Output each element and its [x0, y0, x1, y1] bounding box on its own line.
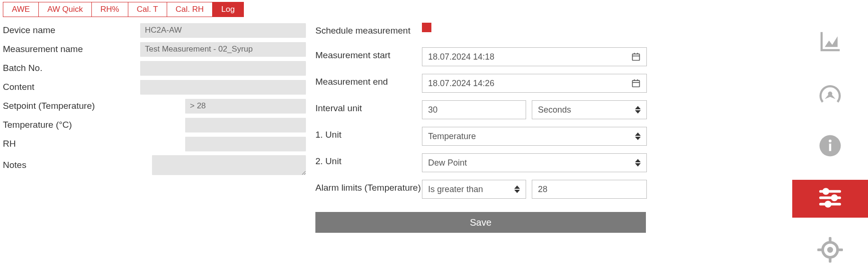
unit2-label: 2. Unit: [315, 153, 422, 167]
notes-field[interactable]: [152, 155, 306, 175]
sidebar-chart[interactable]: [792, 24, 868, 62]
alarm-operator-value: Is greater than: [428, 185, 483, 194]
schedule-checkbox[interactable]: [422, 23, 431, 32]
tab-aw-quick[interactable]: AW Quick: [38, 2, 92, 17]
svg-point-16: [826, 202, 830, 206]
measurement-end-field[interactable]: 18.07.2024 14:26: [422, 74, 647, 93]
setpoint-label: Setpoint (Temperature): [3, 101, 140, 111]
setpoint-field[interactable]: [185, 99, 306, 114]
target-icon: [817, 237, 843, 265]
chart-icon: [817, 29, 843, 57]
notes-label: Notes: [3, 160, 140, 170]
rh-label: RH: [3, 139, 140, 149]
device-name-field[interactable]: [140, 23, 306, 38]
sliders-icon: [817, 185, 843, 213]
tab-cal-rh[interactable]: Cal. RH: [167, 2, 213, 17]
rh-field[interactable]: [185, 137, 306, 151]
measurement-start-field[interactable]: 18.07.2024 14:18: [422, 47, 647, 66]
updown-icon: [635, 132, 641, 140]
measurement-start-value: 18.07.2024 14:18: [428, 52, 494, 62]
left-form: Device name Measurement name Batch No. C…: [3, 23, 306, 233]
measurement-end-value: 18.07.2024 14:26: [428, 79, 494, 88]
tab-rh[interactable]: RH%: [91, 2, 128, 17]
sidebar-sliders[interactable]: [792, 180, 868, 218]
measurement-name-label: Measurement name: [3, 44, 140, 54]
unit1-label: 1. Unit: [315, 127, 422, 140]
batch-no-label: Batch No.: [3, 63, 140, 73]
temperature-field[interactable]: [185, 118, 306, 132]
tab-bar: AWE AW Quick RH% Cal. T Cal. RH Log: [0, 0, 868, 17]
updown-icon: [514, 185, 520, 193]
sidebar-gauge[interactable]: [792, 76, 868, 114]
measurement-start-label: Measurement start: [315, 47, 422, 61]
measurement-name-field[interactable]: [140, 42, 306, 57]
schedule-measurement-label: Schedule measurement: [315, 23, 422, 36]
tab-log[interactable]: Log: [212, 2, 243, 17]
svg-point-22: [829, 248, 832, 251]
calendar-icon: [631, 79, 641, 88]
device-name-label: Device name: [3, 25, 140, 35]
updown-icon: [635, 106, 641, 114]
alarm-threshold-field[interactable]: 28: [532, 180, 647, 199]
measurement-end-label: Measurement end: [315, 74, 422, 87]
gauge-icon: [817, 81, 843, 109]
interval-value-field[interactable]: 30: [422, 100, 526, 119]
alarm-threshold-value: 28: [538, 185, 547, 194]
sidebar-info[interactable]: [792, 128, 868, 166]
sidebar-target[interactable]: [792, 232, 868, 270]
tab-cal-t[interactable]: Cal. T: [128, 2, 167, 17]
sidebar: [792, 24, 868, 270]
svg-point-14: [832, 195, 837, 200]
content-label: Content: [3, 82, 140, 92]
svg-rect-9: [829, 143, 832, 151]
interval-value: 30: [428, 105, 438, 115]
right-form: Schedule measurement Measurement start 1…: [315, 23, 647, 233]
save-button[interactable]: Save: [315, 212, 646, 233]
unit1-value: Temperature: [428, 132, 476, 141]
unit1-select[interactable]: Temperature: [422, 127, 647, 146]
content-field[interactable]: [140, 80, 306, 95]
alarm-limits-label: Alarm limits (Temperature): [315, 180, 422, 193]
calendar-icon: [631, 52, 641, 62]
updown-icon: [635, 159, 641, 167]
alarm-operator-select[interactable]: Is greater than: [422, 180, 526, 199]
interval-unit-label: Interval unit: [315, 100, 422, 114]
unit2-select[interactable]: Dew Point: [422, 153, 647, 172]
svg-point-10: [829, 139, 832, 142]
svg-rect-4: [633, 80, 640, 87]
tab-awe[interactable]: AWE: [3, 2, 39, 17]
batch-no-field[interactable]: [140, 61, 306, 76]
interval-unit-value: Seconds: [538, 105, 571, 115]
svg-rect-0: [633, 54, 640, 60]
info-icon: [817, 133, 843, 161]
svg-point-12: [824, 189, 828, 194]
interval-unit-select[interactable]: Seconds: [532, 100, 647, 119]
temperature-label: Temperature (°C): [3, 120, 140, 130]
unit2-value: Dew Point: [428, 158, 467, 168]
